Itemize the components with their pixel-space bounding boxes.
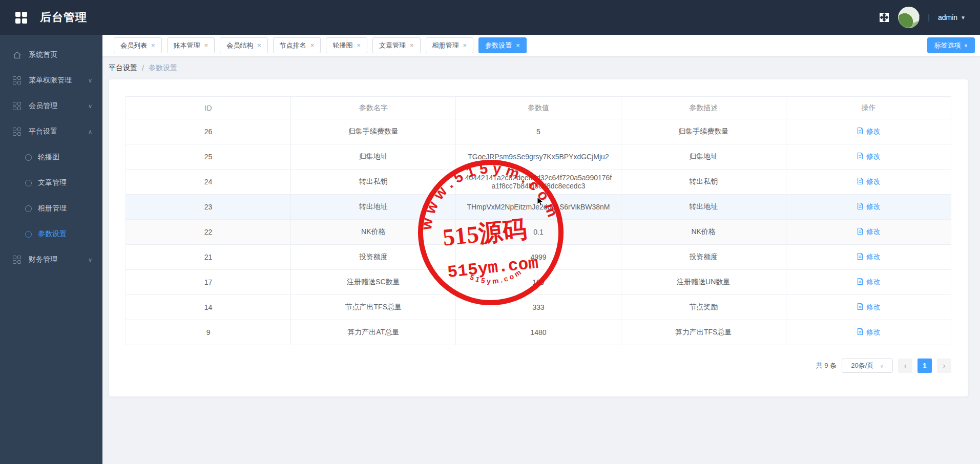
tab-label: 轮播图 bbox=[332, 41, 352, 50]
tag-options-button[interactable]: 标签选项∨ bbox=[927, 37, 975, 53]
pagination: 共 9 条 20条/页 ∨ ‹ 1 › bbox=[126, 358, 951, 373]
page-size-select[interactable]: 20条/页 ∨ bbox=[842, 358, 893, 373]
cell-param-name: NK价格 bbox=[291, 220, 456, 245]
current-page-button[interactable]: 1 bbox=[918, 358, 932, 373]
cell-param-value: 4999 bbox=[456, 245, 621, 270]
tab-close-icon[interactable]: × bbox=[357, 41, 361, 49]
column-header: 参数描述 bbox=[621, 97, 786, 119]
edit-button[interactable]: 修改 bbox=[857, 127, 881, 136]
circle-icon bbox=[25, 230, 32, 238]
tab-label: 节点排名 bbox=[280, 41, 306, 50]
cell-param-name: 算力产出AT总量 bbox=[291, 320, 456, 345]
tab-label: 会员结构 bbox=[226, 41, 253, 50]
tab-close-icon[interactable]: × bbox=[410, 41, 414, 49]
document-icon bbox=[857, 227, 864, 237]
cell-actions: 修改 bbox=[786, 295, 951, 320]
home-icon bbox=[12, 50, 22, 59]
sidebar-item-label: 财务管理 bbox=[29, 255, 57, 264]
edit-button[interactable]: 修改 bbox=[857, 202, 881, 212]
cell-id: 14 bbox=[126, 295, 291, 320]
tab-0[interactable]: 会员列表× bbox=[114, 37, 162, 53]
cell-param-value: 100 bbox=[456, 270, 621, 295]
cell-actions: 修改 bbox=[786, 320, 951, 345]
cell-param-desc: 注册赠送UN数量 bbox=[621, 270, 786, 295]
tab-6[interactable]: 相册管理× bbox=[426, 37, 474, 53]
edit-button[interactable]: 修改 bbox=[857, 152, 881, 161]
cell-id: 21 bbox=[126, 245, 291, 270]
tab-4[interactable]: 轮播图× bbox=[326, 37, 367, 53]
edit-button[interactable]: 修改 bbox=[857, 278, 881, 287]
cell-actions: 修改 bbox=[786, 220, 951, 245]
sidebar-item-0[interactable]: 系统首页 bbox=[0, 42, 102, 68]
app-logo-icon bbox=[15, 12, 27, 23]
cell-param-name: 转出私钥 bbox=[291, 170, 456, 195]
document-icon bbox=[857, 202, 864, 212]
sidebar-item-7[interactable]: 参数设置 bbox=[0, 221, 102, 247]
edit-button[interactable]: 修改 bbox=[857, 177, 881, 186]
table-row: 21投资额度4999投资额度修改 bbox=[126, 245, 951, 270]
tab-close-icon[interactable]: × bbox=[463, 41, 467, 49]
table-card: ID参数名字参数值参数描述操作 26归集手续费数量5归集手续费数量修改25归集地… bbox=[109, 79, 968, 397]
sidebar-item-8[interactable]: 财务管理∨ bbox=[0, 247, 102, 272]
breadcrumb-item-platform[interactable]: 平台设置 bbox=[109, 64, 137, 73]
tab-label: 参数设置 bbox=[485, 41, 512, 50]
tab-close-icon[interactable]: × bbox=[310, 41, 315, 49]
tab-bar: 会员列表×账本管理×会员结构×节点排名×轮播图×文章管理×相册管理×参数设置× … bbox=[102, 35, 980, 56]
sidebar-item-5[interactable]: 文章管理 bbox=[0, 170, 102, 196]
edit-label: 修改 bbox=[866, 127, 881, 136]
tab-close-icon[interactable]: × bbox=[151, 41, 155, 49]
edit-button[interactable]: 修改 bbox=[857, 303, 881, 312]
tab-2[interactable]: 会员结构× bbox=[220, 37, 268, 53]
edit-button[interactable]: 修改 bbox=[857, 328, 881, 337]
prev-page-button[interactable]: ‹ bbox=[898, 358, 912, 373]
sidebar-item-4[interactable]: 轮播图 bbox=[0, 144, 102, 170]
sidebar-item-1[interactable]: 菜单权限管理∨ bbox=[0, 68, 102, 93]
main-content: 会员列表×账本管理×会员结构×节点排名×轮播图×文章管理×相册管理×参数设置× … bbox=[102, 35, 980, 464]
sidebar-item-label: 菜单权限管理 bbox=[29, 76, 72, 85]
grid-icon bbox=[12, 255, 22, 264]
edit-label: 修改 bbox=[866, 202, 881, 212]
sidebar-item-3[interactable]: 平台设置∧ bbox=[0, 119, 102, 144]
tab-label: 相册管理 bbox=[432, 41, 459, 50]
document-icon bbox=[857, 278, 864, 287]
tab-3[interactable]: 节点排名× bbox=[273, 37, 321, 53]
grid-icon bbox=[12, 101, 22, 111]
cell-actions: 修改 bbox=[786, 270, 951, 295]
cell-param-name: 注册赠送SC数量 bbox=[291, 270, 456, 295]
tab-close-icon[interactable]: × bbox=[257, 41, 261, 49]
tab-5[interactable]: 文章管理× bbox=[372, 37, 421, 53]
sidebar-item-6[interactable]: 相册管理 bbox=[0, 196, 102, 221]
tab-close-icon[interactable]: × bbox=[516, 41, 520, 49]
document-icon bbox=[857, 127, 864, 136]
sidebar-item-label: 平台设置 bbox=[29, 127, 57, 136]
cell-param-value: 1480 bbox=[456, 320, 621, 345]
next-page-button[interactable]: › bbox=[937, 358, 951, 373]
avatar[interactable] bbox=[898, 7, 920, 28]
table-row: 9算力产出AT总量1480算力产出TFS总量修改 bbox=[126, 320, 951, 345]
sidebar-item-2[interactable]: 会员管理∨ bbox=[0, 93, 102, 119]
document-icon bbox=[857, 303, 864, 312]
table-row: 23转出地址THmpVxM2NpEitzmJe2dpg1S6rVikBW38nM… bbox=[126, 195, 951, 220]
breadcrumb-item-params: 参数设置 bbox=[149, 64, 177, 73]
cell-actions: 修改 bbox=[786, 170, 951, 195]
cell-param-value: 5 bbox=[456, 119, 621, 144]
tab-7[interactable]: 参数设置× bbox=[478, 37, 527, 53]
cell-param-desc: 转出地址 bbox=[621, 195, 786, 220]
user-caret-icon: ▼ bbox=[961, 15, 966, 20]
cell-param-desc: 算力产出TFS总量 bbox=[621, 320, 786, 345]
edit-button[interactable]: 修改 bbox=[857, 227, 881, 237]
tab-label: 会员列表 bbox=[120, 41, 147, 50]
tab-close-icon[interactable]: × bbox=[204, 41, 208, 49]
fullscreen-icon[interactable] bbox=[879, 12, 890, 23]
table-row: 14节点产出TFS总量333节点奖励修改 bbox=[126, 295, 951, 320]
tab-1[interactable]: 账本管理× bbox=[167, 37, 215, 53]
edit-button[interactable]: 修改 bbox=[857, 252, 881, 262]
user-menu[interactable]: admin ▼ bbox=[938, 13, 966, 22]
table-header-row: ID参数名字参数值参数描述操作 bbox=[126, 97, 951, 119]
cell-id: 25 bbox=[126, 144, 291, 170]
table-row: 17注册赠送SC数量100注册赠送UN数量修改 bbox=[126, 270, 951, 295]
grid-icon bbox=[12, 127, 22, 136]
document-icon bbox=[857, 252, 864, 262]
grid-icon bbox=[12, 76, 22, 85]
chevron-down-icon: ∨ bbox=[880, 363, 883, 369]
